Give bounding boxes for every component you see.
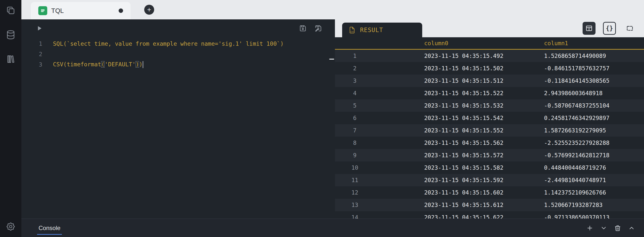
cell-column0: 2023-11-15 04:35:15.542 — [375, 115, 544, 121]
table-view-button[interactable] — [582, 22, 596, 35]
cell-column0: 2023-11-15 04:35:15.612 — [375, 202, 544, 208]
row-index: 14 — [335, 214, 375, 219]
row-index: 10 — [335, 165, 375, 171]
table-row[interactable]: 132023-11-15 04:35:15.6121.5206671932872… — [335, 199, 644, 211]
active-tab-underline — [37, 234, 62, 235]
header-column0: column0 — [375, 40, 544, 46]
row-index: 8 — [335, 140, 375, 146]
cell-column0: 2023-11-15 04:35:15.582 — [375, 165, 544, 171]
trash-icon[interactable] — [613, 224, 622, 233]
cell-column1: 1.5268658714490089 — [544, 53, 644, 59]
table-row[interactable]: 102023-11-15 04:35:15.5820.4484004468719… — [335, 162, 644, 174]
table-row[interactable]: 142023-11-15 04:35:15.622-0.971338650037… — [335, 211, 644, 219]
new-tab-button[interactable]: + — [144, 5, 154, 15]
cell-column0: 2023-11-15 04:35:15.572 — [375, 152, 544, 159]
reference-icon[interactable] — [4, 52, 18, 66]
cell-column1: -0.5870674837255104 — [544, 102, 644, 109]
view-toggle-group: {} — [582, 22, 636, 35]
console-actions — [585, 224, 636, 233]
code-area[interactable]: 1SQL(`select time, value from example wh… — [22, 37, 329, 70]
cell-column0: 2023-11-15 04:35:15.532 — [375, 102, 544, 109]
cell-column1: -0.5769921462812718 — [544, 152, 644, 159]
unsaved-dot-icon — [118, 8, 123, 13]
cell-column1: 0.24581746342929897 — [544, 115, 644, 121]
table-row[interactable]: 32023-11-15 04:35:15.512-0.1184164145308… — [335, 74, 644, 87]
explorer-icon[interactable] — [4, 3, 18, 18]
cell-column1: 1.5872663192279095 — [544, 127, 644, 134]
json-view-button[interactable]: {} — [603, 22, 616, 35]
console-bar: Console — [22, 219, 644, 237]
row-index: 11 — [335, 177, 375, 183]
cell-column0: 2023-11-15 04:35:15.562 — [375, 140, 544, 146]
database-icon[interactable] — [4, 27, 18, 42]
table-row[interactable]: 52023-11-15 04:35:15.532-0.5870674837255… — [335, 99, 644, 112]
cell-column1: 1.520667193287283 — [544, 202, 644, 208]
result-panel: csv RESULT {} column0 column1 12023-1 — [335, 19, 644, 219]
save-as-button[interactable] — [313, 23, 323, 33]
code-line: 1SQL(`select time, value from example wh… — [22, 38, 329, 49]
cell-column0: 2023-11-15 04:35:15.522 — [375, 90, 544, 96]
row-index: 5 — [335, 102, 375, 109]
add-console-icon[interactable] — [585, 224, 594, 233]
line-number: 1 — [22, 40, 42, 47]
table-row[interactable]: 22023-11-15 04:35:15.502-0.8461517857632… — [335, 62, 644, 74]
chevron-up-icon[interactable] — [627, 224, 636, 233]
save-button[interactable] — [298, 23, 308, 33]
settings-gear-icon[interactable] — [4, 219, 18, 234]
cell-column1: 1.1423752109626766 — [544, 189, 644, 196]
cell-column1: -0.9713386500370113 — [544, 214, 644, 219]
row-index: 9 — [335, 152, 375, 159]
table-row[interactable]: 72023-11-15 04:35:15.5521.58726631922790… — [335, 124, 644, 137]
panel-splitter[interactable] — [329, 19, 335, 219]
header-column1: column1 — [544, 40, 644, 46]
code-line: 3CSV(timeformat('DEFAULT')) — [22, 59, 329, 70]
result-tab-strip: csv RESULT {} — [335, 19, 644, 37]
tab-tql[interactable]: TQL — [31, 2, 130, 19]
cell-column1: -0.1184164145308565 — [544, 77, 644, 84]
table-row[interactable]: 112023-11-15 04:35:15.592-2.449810440748… — [335, 174, 644, 186]
row-index: 4 — [335, 90, 375, 96]
cell-column1: -2.449810440748971 — [544, 177, 644, 183]
console-tab[interactable]: Console — [38, 225, 60, 232]
cell-column0: 2023-11-15 04:35:15.492 — [375, 53, 544, 59]
result-table-header: column0 column1 — [335, 37, 644, 50]
code-line: 2 — [22, 49, 329, 59]
cell-column1: 0.4484004468719276 — [544, 165, 644, 171]
table-row[interactable]: 82023-11-15 04:35:15.562-2.5255235227928… — [335, 137, 644, 149]
cell-column0: 2023-11-15 04:35:15.602 — [375, 189, 544, 196]
cell-column0: 2023-11-15 04:35:15.622 — [375, 214, 544, 219]
row-index: 6 — [335, 115, 375, 121]
tql-file-icon — [38, 6, 47, 15]
code-text: CSV(timeformat('DEFAULT')) — [53, 61, 143, 68]
splitter-grip-icon — [329, 59, 334, 60]
table-row[interactable]: 12023-11-15 04:35:15.4921.52686587144900… — [335, 50, 644, 62]
cell-column0: 2023-11-15 04:35:15.592 — [375, 177, 544, 183]
svg-text:csv: csv — [350, 30, 354, 32]
chevron-down-icon[interactable] — [599, 224, 608, 233]
row-index: 12 — [335, 189, 375, 196]
console-label: Console — [38, 225, 60, 231]
cell-column1: -0.8461517857632757 — [544, 65, 644, 71]
line-number: 3 — [22, 61, 42, 68]
cell-column0: 2023-11-15 04:35:15.502 — [375, 65, 544, 71]
tab-result[interactable]: csv RESULT — [342, 23, 422, 37]
row-index: 2 — [335, 65, 375, 71]
table-row[interactable]: 42023-11-15 04:35:15.5222.94398600364891… — [335, 87, 644, 99]
cell-column0: 2023-11-15 04:35:15.512 — [375, 77, 544, 84]
table-row[interactable]: 62023-11-15 04:35:15.5420.24581746342929… — [335, 112, 644, 124]
cell-column0: 2023-11-15 04:35:15.552 — [375, 127, 544, 134]
text-cursor — [143, 61, 143, 68]
row-index: 1 — [335, 53, 375, 59]
row-index: 13 — [335, 202, 375, 208]
table-row[interactable]: 92023-11-15 04:35:15.572-0.5769921462812… — [335, 149, 644, 162]
run-button[interactable] — [34, 23, 44, 33]
row-index: 3 — [335, 77, 375, 84]
result-tab-label: RESULT — [360, 26, 383, 33]
result-table-body[interactable]: 12023-11-15 04:35:15.4921.52686587144900… — [335, 50, 644, 219]
line-number: 2 — [22, 51, 42, 57]
row-index: 7 — [335, 127, 375, 134]
tql-editor-panel: 1SQL(`select time, value from example wh… — [22, 19, 329, 219]
table-row[interactable]: 122023-11-15 04:35:15.6021.1423752109626… — [335, 186, 644, 199]
cell-column1: 2.943986003648918 — [544, 90, 644, 96]
split-view-button[interactable] — [623, 22, 636, 35]
